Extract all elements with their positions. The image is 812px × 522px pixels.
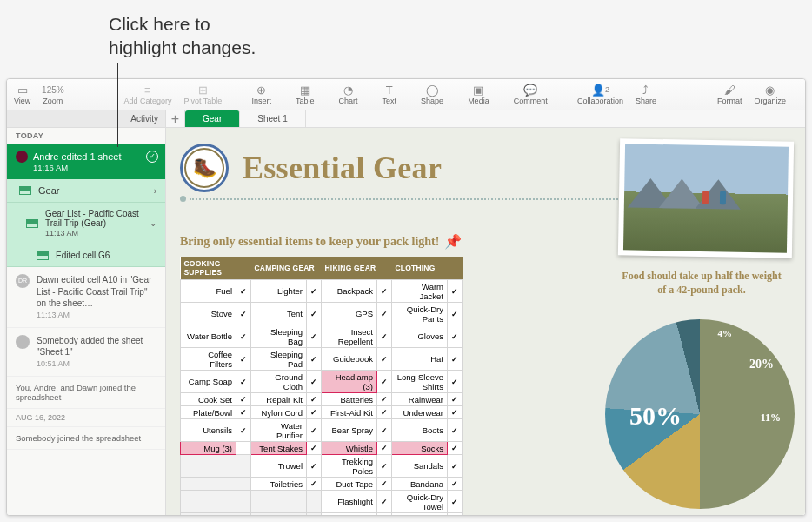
highlight-changes-icon[interactable]: ✓ [146,151,158,163]
table-cell[interactable] [181,455,236,478]
table-cell[interactable]: Toiletries [251,478,307,491]
checkbox-cell[interactable] [307,280,322,303]
checkbox-cell[interactable] [236,491,251,513]
table-cell[interactable]: Mug (3) [181,442,236,455]
organize-button[interactable]: ◉Organize [754,84,786,105]
share-button[interactable]: ⤴Share [636,84,656,105]
table-cell[interactable]: Guidebook [322,348,377,371]
checkbox-cell[interactable] [448,393,463,406]
chart-button[interactable]: ◔Chart [339,84,358,105]
checkbox-cell[interactable] [448,455,463,478]
checkbox-cell[interactable] [448,491,463,513]
table-cell[interactable]: Boots [392,419,448,442]
table-cell[interactable] [251,491,307,513]
checkbox-cell[interactable] [236,419,251,442]
table-cell[interactable]: Hat [392,348,448,371]
table-cell[interactable]: Utensils [181,419,236,442]
checkbox-cell[interactable] [307,348,322,371]
checkbox-cell[interactable] [448,348,463,371]
checkbox-cell[interactable] [307,393,322,406]
checkbox-cell[interactable] [236,371,251,393]
canvas[interactable]: 🥾 Essential Gear Bring only essential it… [166,128,805,515]
checkbox-cell[interactable] [307,455,322,478]
tab-sheet1[interactable]: Sheet 1 [240,110,305,127]
checkbox-cell[interactable] [448,442,463,455]
activity-card-current[interactable]: Andre edited 1 sheet 11:16 AM ✓ [7,144,165,179]
activity-cell-row[interactable]: Edited cell G6 [7,244,165,267]
table-cell[interactable]: GPS [322,303,377,325]
table-cell[interactable] [181,513,236,516]
table-cell[interactable]: Insect Repellent [322,325,377,348]
table-cell[interactable]: Sandals [392,455,448,478]
text-button[interactable]: TText [383,84,397,105]
activity-entry[interactable]: DRDawn edited cell A10 in "Gear List - P… [7,267,165,328]
table-cell[interactable]: Bandana [392,478,448,491]
checkbox-cell[interactable] [448,303,463,325]
checkbox-cell[interactable] [377,371,392,393]
table-cell[interactable]: Water Purifier [251,419,307,442]
checkbox-cell[interactable] [377,303,392,325]
insert-button[interactable]: ⊕Insert [252,84,272,105]
table-cell[interactable]: Sleeping Bag [251,325,307,348]
table-cell[interactable]: Water Bottle [181,325,236,348]
collaboration-button[interactable]: 👤2Collaboration [577,84,623,105]
checkbox-cell[interactable] [448,478,463,491]
table-button[interactable]: ▦Table [296,84,315,105]
table-cell[interactable] [181,478,236,491]
checkbox-cell[interactable] [448,325,463,348]
table-cell[interactable]: Cook Set [181,393,236,406]
table-cell[interactable]: Trekking Poles [322,455,377,478]
checkbox-cell[interactable] [448,406,463,419]
table-cell[interactable]: Stove [181,303,236,325]
checkbox-cell[interactable] [307,325,322,348]
table-cell[interactable] [251,513,307,516]
checkbox-cell[interactable] [377,325,392,348]
checkbox-cell[interactable] [377,478,392,491]
table-cell[interactable]: Underwear [392,406,448,419]
table-cell[interactable]: Lighter [251,280,307,303]
activity-entry[interactable]: Somebody added the sheet "Sheet 1"10:51 … [7,328,165,377]
gear-table[interactable]: COOKING SUPPLIESCAMPING GEARHIKING GEARC… [180,257,463,515]
table-cell[interactable]: Flashlight [322,491,377,513]
media-button[interactable]: ▣Media [468,84,489,105]
table-cell[interactable]: Tent [251,303,307,325]
format-button[interactable]: 🖌Format [717,84,742,105]
checkbox-cell[interactable] [448,371,463,393]
table-cell[interactable]: Fuel [181,280,236,303]
table-cell[interactable]: Duct Tape [322,478,377,491]
table-cell[interactable]: Plate/Bowl [181,406,236,419]
table-cell[interactable]: Solar Charger [322,513,377,516]
checkbox-cell[interactable] [236,280,251,303]
checkbox-cell[interactable] [307,371,322,393]
checkbox-cell[interactable] [377,513,392,516]
activity-table-row[interactable]: Gear List - Pacific Coast Trail Trip (Ge… [7,203,165,244]
checkbox-cell[interactable] [307,513,322,516]
checkbox-cell[interactable] [448,513,463,516]
table-cell[interactable]: Whistle [322,442,377,455]
table-cell[interactable]: Quick-Dry Towel [392,491,448,513]
table-cell[interactable]: Rainwear [392,393,448,406]
table-cell[interactable]: Sleeping Pad [251,348,307,371]
checkbox-cell[interactable] [236,393,251,406]
table-cell[interactable]: Trowel [251,455,307,478]
add-sheet-button[interactable]: + [166,110,185,127]
add-category-button[interactable]: ≡Add Category [123,84,171,105]
pivot-table-button[interactable]: ⊞Pivot Table [183,84,222,105]
checkbox-cell[interactable] [236,406,251,419]
table-cell[interactable]: Coffee Filters [181,348,236,371]
table-cell[interactable]: Headlamp (3) [322,371,377,393]
table-cell[interactable]: Sunglasses [392,513,448,516]
table-cell[interactable]: First-Aid Kit [322,406,377,419]
table-cell[interactable]: Tent Stakes [251,442,307,455]
checkbox-cell[interactable] [236,325,251,348]
table-cell[interactable]: Quick-Dry Pants [392,303,448,325]
table-cell[interactable]: Warm Jacket [392,280,448,303]
checkbox-cell[interactable] [236,513,251,516]
checkbox-cell[interactable] [377,393,392,406]
table-cell[interactable]: Gloves [392,325,448,348]
checkbox-cell[interactable] [307,491,322,513]
checkbox-cell[interactable] [236,455,251,478]
checkbox-cell[interactable] [236,303,251,325]
checkbox-cell[interactable] [377,419,392,442]
checkbox-cell[interactable] [307,303,322,325]
